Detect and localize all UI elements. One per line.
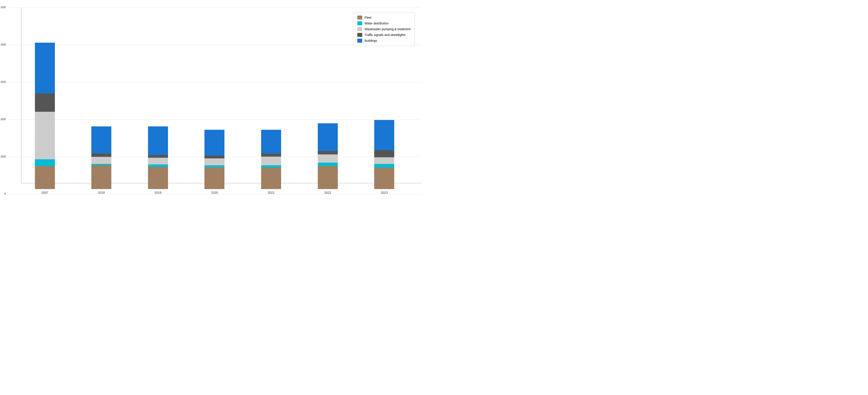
bar-segment-buildings — [374, 120, 394, 150]
stacked-bar — [261, 130, 281, 189]
bar-segment-buildings — [205, 130, 224, 155]
legend-color-swatch — [357, 21, 362, 25]
bar-segment-wastewater — [374, 157, 394, 164]
bar-group: 2022 — [318, 8, 338, 194]
bar-group: 2018 — [91, 8, 111, 194]
bar-segment-fleet — [374, 167, 394, 189]
bar-segment-traffic — [35, 94, 55, 111]
bar-segment-fleet — [148, 167, 168, 189]
bar-year-label: 2007 — [41, 191, 48, 194]
bar-segment-wastewater — [91, 157, 111, 164]
chart-inner: 010,00020,00030,00040,00050,000 20072018… — [8, 3, 428, 194]
bar-group: 2021 — [261, 8, 281, 194]
legend-item: Traffic signals and streetlights — [357, 33, 410, 37]
bar-segment-wastewater — [35, 112, 55, 160]
bar-year-label: 2022 — [324, 191, 331, 194]
bar-year-label: 2018 — [98, 191, 105, 194]
bar-segment-wastewater — [318, 155, 338, 163]
legend-item: Buildings — [357, 39, 410, 43]
y-axis-label — [6, 3, 8, 194]
chart-container: 010,00020,00030,00040,00050,000 20072018… — [6, 3, 428, 194]
bar-segment-fleet — [318, 166, 338, 189]
bar-segment-water — [148, 164, 168, 167]
legend-color-swatch — [357, 27, 362, 31]
stacked-bar — [205, 130, 224, 189]
bar-segment-fleet — [261, 167, 281, 189]
bar-year-label: 2019 — [154, 191, 161, 194]
legend-color-swatch — [357, 15, 362, 20]
bar-segment-buildings — [261, 130, 281, 154]
bar-segment-traffic — [148, 155, 168, 158]
bar-segment-fleet — [35, 166, 55, 189]
legend: FleetWater distributionWastewater pumpin… — [353, 12, 415, 46]
bar-segment-traffic — [91, 154, 111, 157]
legend-label: Wastewater pumping & treatment — [365, 27, 410, 31]
legend-item: Fleet — [357, 15, 410, 20]
stacked-bar — [35, 43, 55, 189]
stacked-bar — [374, 120, 394, 189]
grid-tick-label: 20,000 — [0, 118, 6, 121]
bar-segment-wastewater — [261, 157, 281, 165]
grid-tick-label: 50,000 — [0, 5, 6, 9]
legend-label: Traffic signals and streetlights — [365, 33, 405, 37]
bar-segment-wastewater — [205, 158, 224, 165]
stacked-bar — [318, 123, 338, 189]
legend-color-swatch — [357, 39, 362, 43]
grid-tick-label: 0 — [0, 192, 6, 196]
legend-item: Water distribution — [357, 21, 410, 25]
bar-group: 2007 — [35, 8, 55, 194]
bar-segment-buildings — [91, 126, 111, 153]
legend-label: Fleet — [365, 16, 371, 19]
bar-year-label: 2020 — [211, 191, 218, 194]
bar-segment-wastewater — [148, 158, 168, 164]
bar-segment-water — [261, 165, 281, 167]
bar-segment-water — [374, 164, 394, 167]
bar-segment-water — [35, 159, 55, 166]
grid-tick-label: 40,000 — [0, 43, 6, 46]
legend-item: Wastewater pumping & treatment — [357, 27, 410, 31]
bar-group: 2020 — [205, 8, 224, 194]
bar-year-label: 2023 — [381, 191, 388, 194]
grid-tick-label: 10,000 — [0, 155, 6, 158]
legend-label: Buildings — [365, 39, 377, 42]
bar-segment-traffic — [374, 150, 394, 158]
bar-segment-water — [318, 163, 338, 166]
bar-segment-fleet — [205, 167, 224, 189]
bar-segment-buildings — [148, 126, 168, 155]
chart-area: 010,00020,00030,00040,00050,000 20072018… — [8, 8, 422, 194]
bar-segment-buildings — [318, 123, 338, 151]
bar-segment-fleet — [91, 165, 111, 189]
bar-segment-traffic — [261, 154, 281, 157]
stacked-bar — [91, 126, 111, 189]
legend-label: Water distribution — [365, 22, 389, 25]
bar-group: 2019 — [148, 8, 168, 194]
bar-segment-traffic — [205, 156, 224, 158]
bar-segment-buildings — [35, 43, 55, 94]
legend-color-swatch — [357, 33, 362, 37]
bar-segment-traffic — [318, 151, 338, 155]
bar-segment-water — [205, 165, 224, 167]
stacked-bar — [148, 126, 168, 189]
grid-tick-label: 30,000 — [0, 80, 6, 84]
bar-year-label: 2021 — [268, 191, 274, 194]
